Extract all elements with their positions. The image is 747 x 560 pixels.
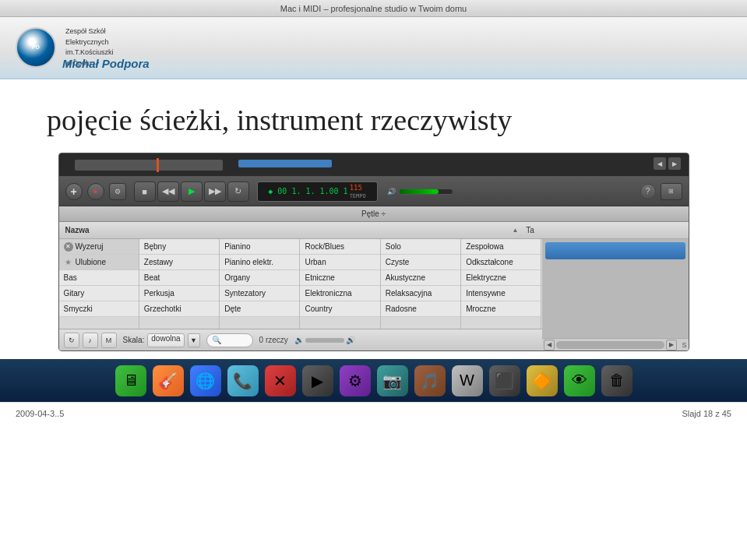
gb-cell-ulubione[interactable]: ★Ulubione — [59, 255, 139, 270]
gb-cell-etniczne[interactable]: Etniczne — [300, 270, 379, 286]
dock: 🖥 🎸 🌐 📞 ✕ ▶ ⚙ 📷 🎵 W ⬛ 🔶 👁 🗑 — [0, 359, 747, 402]
gb-star-icon: ★ — [64, 258, 73, 267]
dock-icon-garageband[interactable]: 🎸 — [153, 365, 184, 396]
gb-cell-radosne[interactable]: Radosne — [381, 301, 460, 317]
gb-cell-bebny[interactable]: Bębny — [139, 239, 219, 255]
gb-vol-icon: 🔊 — [387, 188, 396, 195]
gb-display-text: ◆ 00 1. 1. 1.00 1 — [268, 187, 347, 195]
gb-scroll-left-btn[interactable]: ◀ — [654, 157, 666, 170]
gb-transport: ■ ◀◀ ▶ ▶▶ ↻ — [134, 181, 249, 202]
gb-browser-bottom: ↻ ♪ M Skala: dowolna ▼ 🔍 0 rzeczy — [59, 329, 542, 350]
gb-search-box[interactable]: 🔍 — [206, 333, 253, 347]
gb-tempo-label: TEMPO — [350, 193, 366, 199]
gb-cell-beat[interactable]: Beat — [139, 270, 219, 286]
dock-icon-app2[interactable]: ▶ — [302, 365, 333, 396]
gb-cell-organy[interactable]: Organy — [220, 270, 299, 286]
gb-add-track-btn[interactable]: + — [65, 183, 83, 200]
gb-timeline-bar — [75, 160, 223, 171]
gb-play-btn[interactable]: ▶ — [181, 181, 203, 202]
gb-instrument-browser: Nazwa ▲ Ta ✕Wyzeruj ★Ulubione — [59, 222, 542, 350]
gb-cell-wyzeruj[interactable]: ✕Wyzeruj — [59, 239, 139, 255]
gb-audio-btn[interactable]: ♪ — [83, 333, 98, 348]
gb-volume-slider[interactable] — [399, 188, 453, 195]
gb-scroll-right[interactable]: ▶ — [666, 340, 677, 350]
gb-cell-bas[interactable]: Bas — [59, 270, 139, 286]
gb-cell-elektroniczna[interactable]: Elektroniczna — [300, 286, 379, 301]
gb-cell-akustyczne[interactable]: Akustyczne — [381, 270, 460, 286]
gb-scale-select[interactable]: dowolna — [147, 333, 184, 347]
gb-cell-mroczne[interactable]: Mroczne — [461, 301, 541, 317]
gb-tracks-area: ◀ ▶ S — [542, 222, 689, 350]
dock-icon-safari[interactable]: 🌐 — [190, 365, 221, 396]
gb-help-btn[interactable]: ? — [640, 184, 656, 199]
dock-icon-trash[interactable]: 🗑 — [601, 365, 632, 396]
gb-col-6: Zespołowa Odkształcone Elektryczne Inten… — [461, 239, 541, 329]
author-name: Michał Podpora — [62, 57, 150, 70]
gb-cell-dete[interactable]: Dęte — [220, 301, 299, 317]
gb-loop-btn[interactable]: ↻ — [227, 181, 249, 202]
gb-cell-urban[interactable]: Urban — [300, 255, 379, 270]
gb-col-5: Solo Czyste Akustyczne Relaksacyjna Rado… — [381, 239, 461, 329]
gb-midi-btn[interactable]: M — [101, 333, 117, 348]
gb-cell-czyste[interactable]: Czyste — [381, 255, 460, 270]
dock-icon-app1[interactable]: ✕ — [265, 365, 296, 396]
gb-cell-perkusja[interactable]: Perkusja — [139, 286, 219, 301]
dock-icon-preview[interactable]: 👁 — [564, 365, 595, 396]
gb-forward-btn[interactable]: ▶▶ — [204, 181, 226, 202]
gb-loop-region — [238, 160, 332, 167]
gb-cell-pianino-el[interactable]: Pianino elektr. — [220, 255, 299, 270]
dock-icon-app3[interactable]: ⚙ — [340, 365, 371, 396]
gb-col-2: Bębny Zestawy Beat Perkusja Grzechotki — [139, 239, 220, 329]
gb-options-btn[interactable]: ⚙ — [109, 183, 126, 200]
gb-scroll-right-btn[interactable]: ▶ — [668, 157, 681, 170]
gb-cell-syntezatory[interactable]: Syntezatory — [220, 286, 299, 301]
gb-cell-smyczki[interactable]: Smyczki — [59, 301, 139, 317]
dock-icon-itunes[interactable]: 🎵 — [414, 365, 446, 396]
gb-cell-intensywne[interactable]: Intensywne — [461, 286, 541, 301]
gb-vol-up-icon: 🔊 — [346, 336, 355, 344]
gb-scroll-controls: ◀ ▶ — [654, 157, 681, 170]
gb-tempo-display: 115TEMPO — [350, 184, 366, 199]
gb-cell-country[interactable]: Country — [300, 301, 379, 317]
gb-cell-gitary[interactable]: Gitary — [59, 286, 139, 301]
gb-cell-solo[interactable]: Solo — [381, 239, 460, 255]
gb-cell-odksztalcone[interactable]: Odkształcone — [461, 255, 541, 270]
gb-browser-grid: ✕Wyzeruj ★Ulubione Bas Gitary Smyczki Bę… — [59, 239, 542, 329]
gb-loop-btn-bottom[interactable]: ↻ — [64, 333, 79, 348]
slide-title: pojęcie ścieżki, instrument rzeczywisty — [47, 103, 700, 137]
gb-scroll-track[interactable] — [556, 341, 665, 349]
gb-cell-zestawy[interactable]: Zestawy — [139, 255, 219, 270]
header: PO Zespół Szkół Elektrycznych im.T.Kości… — [0, 17, 747, 79]
gb-track-scroll: ◀ ▶ S — [542, 338, 689, 350]
gb-timeline: ◀ ▶ — [59, 153, 689, 177]
footer-slide-info: Slajd 18 z 45 — [682, 409, 731, 418]
dock-icon-finder[interactable]: 🖥 — [115, 365, 146, 396]
gb-rewind-btn[interactable]: ◀◀ — [157, 181, 179, 202]
gb-col-4: Rock/Blues Urban Etniczne Elektroniczna … — [300, 239, 380, 329]
gb-track-region — [545, 242, 685, 259]
gb-col-1: ✕Wyzeruj ★Ulubione Bas Gitary Smyczki — [59, 239, 139, 329]
gb-stop-btn[interactable]: ■ — [134, 181, 156, 202]
dock-icon-iphoto[interactable]: 📷 — [377, 365, 408, 396]
gb-col-ta: Ta — [519, 226, 542, 234]
gb-x-icon: ✕ — [64, 242, 73, 252]
gb-scroll-left[interactable]: ◀ — [544, 340, 555, 350]
gb-preview-slider[interactable] — [305, 338, 344, 343]
gb-sort-arrow: ▲ — [513, 227, 519, 234]
dock-icon-word[interactable]: W — [452, 365, 483, 396]
gb-cell-pianino[interactable]: Pianino — [220, 239, 299, 255]
gb-cell-relaksacyjna[interactable]: Relaksacyjna — [381, 286, 460, 301]
gb-cell-rockblues[interactable]: Rock/Blues — [300, 239, 379, 255]
dock-icon-skype[interactable]: 📞 — [227, 365, 259, 396]
gb-cell-zespolowa[interactable]: Zespołowa — [461, 239, 541, 255]
gb-cell-elektryczne[interactable]: Elektryczne — [461, 270, 541, 286]
garageband-screenshot: ◀ ▶ + ● ⚙ ■ ◀◀ ▶ ▶▶ ↻ ◆ 00 1. 1. 1.00 1 — [58, 153, 689, 351]
dock-icon-vlc[interactable]: 🔶 — [527, 365, 558, 396]
gb-record-btn[interactable]: ● — [87, 183, 104, 200]
gb-result-text: 0 rzeczy — [259, 336, 288, 344]
gb-scale-arrow[interactable]: ▼ — [188, 333, 200, 347]
gb-view-btn[interactable]: ⊞ — [661, 183, 682, 200]
politechnika-logo: PO — [16, 27, 56, 68]
dock-icon-terminal[interactable]: ⬛ — [489, 365, 520, 396]
gb-cell-grzechotki[interactable]: Grzechotki — [139, 301, 219, 317]
